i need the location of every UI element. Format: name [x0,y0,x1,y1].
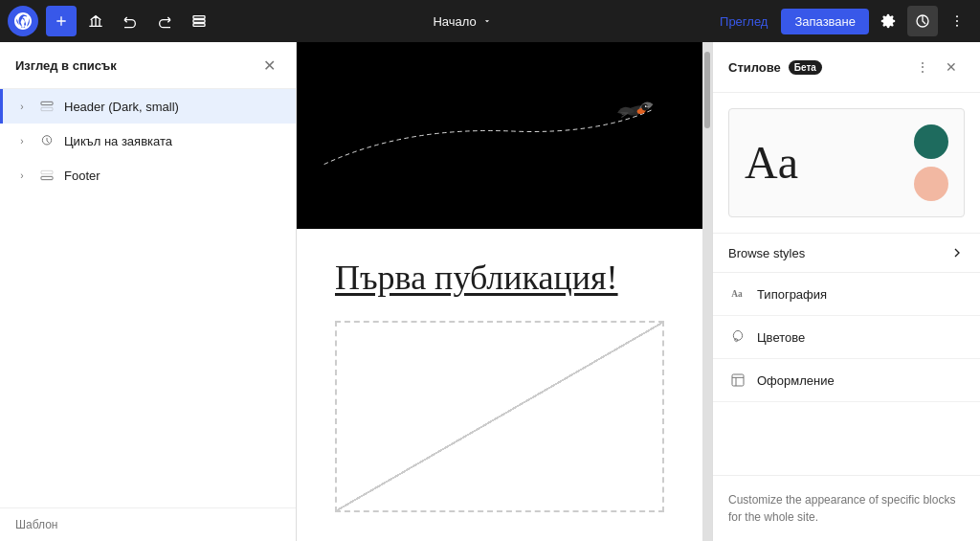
close-panel-button[interactable]: ✕ [257,54,280,77]
page-title-button[interactable]: Начало [423,9,501,34]
post-title: Първа публикация! [335,258,664,298]
toolbar-center: Начало [218,9,706,34]
main-area: Изглед в списък ✕ › Header (Dark, small)… [0,42,980,541]
toolbar-right: Преглед Запазване [710,6,972,36]
canvas-area[interactable]: Първа публикация! [297,42,702,541]
panel-menu-layout[interactable]: Оформление [713,359,980,402]
list-view-button[interactable] [184,6,214,36]
more-panel-options-button[interactable]: ⋮ [909,54,936,80]
primary-color-circle[interactable] [914,124,948,159]
beta-badge: Бета [789,60,822,75]
svg-rect-1 [193,20,205,23]
list-item-header[interactable]: › Header (Dark, small) [0,89,296,124]
svg-rect-9 [41,170,53,173]
hero-image [297,42,702,229]
panel-description-text: Customize the appearance of specific blo… [728,493,955,524]
chevron-icon-cycle: › [14,136,30,147]
header-icon [37,97,56,116]
appearance-button[interactable] [907,6,938,36]
more-options-button[interactable] [942,6,972,36]
preview-button[interactable]: Преглед [710,9,777,34]
panel-menu-typography[interactable]: Aa Типография [713,273,980,316]
svg-rect-11 [297,82,702,190]
panel-title: Изглед в списък [15,58,117,73]
colors-label: Цветове [757,330,805,345]
toolbar: Начало Преглед Запазване [0,0,980,42]
layout-icon [728,371,747,390]
scrollbar-thumb[interactable] [704,52,710,128]
svg-point-5 [956,20,958,22]
canvas-inner: Първа публикация! [297,42,702,541]
secondary-color-circle[interactable] [914,167,948,201]
list-item-footer[interactable]: › Footer [0,158,296,192]
panel-menu-colors[interactable]: Цветове [713,316,980,359]
wp-logo[interactable] [8,6,38,36]
svg-text:Aa: Aa [731,289,743,299]
tools-button[interactable] [80,6,111,36]
panel-description: Customize the appearance of specific blo… [713,475,980,541]
panel-header: Изглед в списък ✕ [0,42,296,89]
svg-point-6 [956,25,958,27]
content-area: Първа публикация! [297,229,702,541]
list-item-label-footer: Footer [64,169,100,183]
browse-styles-label: Browse styles [728,246,805,260]
typography-label: Типография [757,287,827,302]
right-panel-title-row: Стилове Бета [728,60,822,75]
right-panel-header: Стилове Бета ⋮ ✕ [713,42,980,93]
typography-icon: Aa [728,284,747,304]
chevron-icon: › [14,101,30,112]
template-label: Шаблон [15,518,57,531]
style-aa-text: Aa [745,140,798,186]
chevron-icon-footer: › [14,170,30,181]
canvas-scrollbar [702,42,712,541]
svg-rect-17 [732,374,744,386]
right-panel-actions: ⋮ ✕ [909,54,965,80]
list-items-container: › Header (Dark, small) › [0,89,296,507]
left-panel: Изглед в списък ✕ › Header (Dark, small)… [0,42,297,541]
browse-styles-button[interactable]: Browse styles [713,233,980,273]
right-panel-title: Стилове [728,60,781,75]
panel-footer: Шаблон [0,507,296,541]
undo-button[interactable] [115,6,145,36]
list-item-label-cycle: Цикъл на заявката [64,134,172,148]
svg-rect-7 [41,101,53,104]
image-placeholder[interactable] [335,321,664,512]
footer-icon [37,166,56,185]
close-right-panel-button[interactable]: ✕ [938,54,965,80]
svg-rect-8 [41,107,53,110]
redo-button[interactable] [149,6,180,36]
page-title-label: Начало [433,14,476,29]
style-preview: Aa [728,108,965,217]
list-item-label-header: Header (Dark, small) [64,100,179,114]
colors-icon [728,327,747,347]
cycle-icon [37,131,56,150]
svg-rect-2 [193,24,205,27]
layout-label: Оформление [757,373,835,388]
svg-rect-10 [41,176,53,179]
add-block-button[interactable] [46,6,77,36]
save-button[interactable]: Запазване [781,9,869,34]
canvas-wrapper: Първа публикация! [297,42,712,541]
svg-point-4 [956,15,958,17]
style-circles [914,124,948,201]
svg-rect-0 [193,16,205,19]
settings-button[interactable] [873,6,903,36]
list-item-cycle[interactable]: › Цикъл на заявката [0,124,296,158]
right-panel: Стилове Бета ⋮ ✕ Aa Browse styles Aa [712,42,980,541]
